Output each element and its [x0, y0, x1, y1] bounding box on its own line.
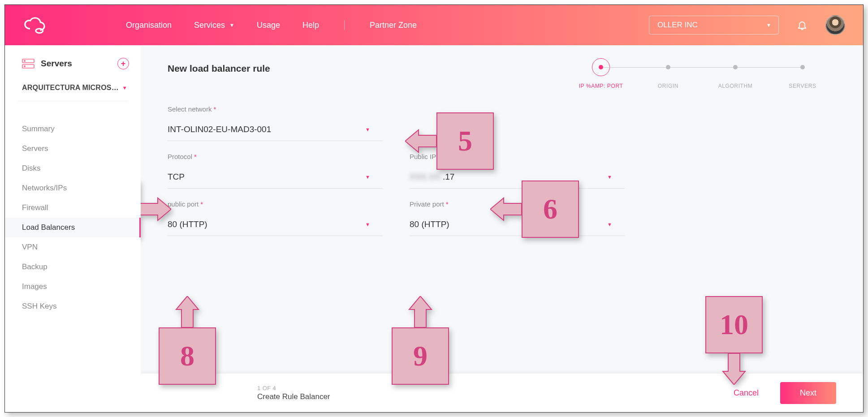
field-private-port: Private port* 80 (HTTP) ▼ [410, 200, 625, 236]
footer-actions: Cancel Next [725, 382, 836, 404]
select-private-port[interactable]: 80 (HTTP) ▼ [410, 215, 625, 236]
field-label-private-port: Private port* [410, 200, 625, 208]
content: New load balancer rule IP %AMP: PORT ORI… [141, 45, 863, 236]
step-label: ORIGIN [658, 83, 678, 89]
step-dot [599, 65, 603, 69]
step-ip-port[interactable]: IP %AMP: PORT [567, 65, 635, 89]
body: Servers + ARQUITECTURA MICROS… ▼ Summary… [5, 45, 863, 412]
field-label-public-port: public port* [168, 200, 383, 208]
sidebar-menu: Summary Servers Disks Networks/IPs Firew… [5, 119, 141, 316]
sidebar-item-firewall[interactable]: Firewall [5, 198, 141, 218]
nav-usage[interactable]: Usage [257, 21, 280, 30]
nav-partnerzone[interactable]: Partner Zone [370, 21, 417, 30]
svg-marker-8 [176, 296, 199, 327]
field-protocol: Protocol* TCP ▼ [168, 153, 383, 189]
nav-help[interactable]: Help [302, 21, 319, 30]
project-select[interactable]: ARQUITECTURA MICROS… ▼ [5, 77, 141, 96]
select-value: INT-OLIN02-EU-MAD3-001 [168, 125, 271, 134]
sidebar-item-servers[interactable]: Servers [5, 139, 141, 159]
select-value: 80 (HTTP) [168, 219, 207, 229]
avatar[interactable] [825, 15, 845, 35]
sidebar-item-backup[interactable]: Backup [5, 257, 141, 277]
field-label-public-ip: Public IP* [410, 153, 625, 160]
project-label: ARQUITECTURA MICROS… [22, 84, 119, 92]
field-label-protocol: Protocol* [168, 153, 383, 160]
form: Select network* INT-OLIN02-EU-MAD3-001 ▼… [168, 105, 634, 236]
sidebar-item-sshkeys[interactable]: SSH Keys [5, 297, 141, 316]
stepper: IP %AMP: PORT ORIGIN ALGORITHM SERV [567, 65, 836, 89]
app-header: Organisation Services ▼ Usage Help Partn… [5, 5, 863, 45]
step-label: ALGORITHM [718, 83, 753, 89]
select-value: TCP [168, 172, 185, 182]
divider [17, 101, 128, 101]
sidebar-item-networksips[interactable]: Networks/IPs [5, 178, 141, 198]
sidebar: Servers + ARQUITECTURA MICROS… ▼ Summary… [5, 45, 141, 412]
step-dot [800, 65, 805, 69]
logo[interactable] [23, 15, 54, 35]
logo-icon [23, 16, 52, 34]
select-value: XXX.XX..17 [410, 172, 454, 182]
footer-progress: 1 OF 4 Create Rule Balancer [257, 385, 330, 401]
add-server-button[interactable]: + [117, 58, 129, 69]
svg-point-0 [36, 29, 43, 33]
annotation-8: 8 [159, 296, 216, 385]
notifications-button[interactable] [797, 20, 808, 30]
header-right: OLLER INC ▼ [649, 15, 845, 35]
sidebar-header: Servers + [5, 55, 141, 77]
select-network[interactable]: INT-OLIN02-EU-MAD3-001 ▼ [168, 120, 383, 141]
nav-organisation[interactable]: Organisation [126, 21, 172, 30]
step-label: SERVERS [789, 83, 816, 89]
nav-services[interactable]: Services ▼ [194, 21, 234, 30]
sidebar-item-images[interactable]: Images [5, 277, 141, 297]
chevron-down-icon: ▼ [365, 127, 370, 132]
wizard-footer: 1 OF 4 Create Rule Balancer Cancel Next [141, 374, 863, 412]
step-origin[interactable]: ORIGIN [635, 65, 702, 89]
field-network: Select network* INT-OLIN02-EU-MAD3-001 ▼ [168, 105, 383, 141]
select-public-port[interactable]: 80 (HTTP) ▼ [168, 215, 383, 236]
nav-services-label: Services [194, 21, 225, 30]
sidebar-item-disks[interactable]: Disks [5, 159, 141, 178]
select-value: 80 (HTTP) [410, 219, 449, 229]
chevron-down-icon: ▼ [365, 222, 370, 227]
main: New load balancer rule IP %AMP: PORT ORI… [141, 45, 863, 412]
svg-marker-9 [409, 296, 432, 327]
step-algorithm[interactable]: ALGORITHM [702, 65, 769, 89]
chevron-down-icon: ▼ [122, 85, 127, 90]
sidebar-item-vpn[interactable]: VPN [5, 237, 141, 257]
app-frame: Organisation Services ▼ Usage Help Partn… [4, 4, 864, 413]
chevron-down-icon: ▼ [365, 174, 370, 180]
org-select-value: OLLER INC [657, 21, 698, 29]
step-dot [733, 65, 738, 69]
step-dot [666, 65, 670, 69]
footer-title: Create Rule Balancer [257, 392, 330, 401]
step-servers[interactable]: SERVERS [769, 65, 836, 89]
chevron-down-icon: ▼ [607, 174, 612, 180]
bell-icon [797, 20, 808, 30]
cancel-button[interactable]: Cancel [725, 384, 768, 402]
chevron-down-icon: ▼ [607, 222, 612, 227]
server-icon [22, 59, 35, 69]
field-public-port: public port* 80 (HTTP) ▼ [168, 200, 383, 236]
sidebar-item-loadbalancers[interactable]: Load Balancers [5, 218, 141, 237]
sidebar-item-summary[interactable]: Summary [5, 119, 141, 139]
step-label: IP %AMP: PORT [579, 83, 623, 89]
sidebar-title: Servers [41, 59, 72, 69]
next-button[interactable]: Next [780, 382, 836, 404]
chevron-down-icon: ▼ [229, 22, 234, 28]
annotation-10: 10 [705, 296, 763, 385]
field-label-network: Select network* [168, 105, 383, 113]
select-protocol[interactable]: TCP ▼ [168, 168, 383, 189]
annotation-9: 9 [392, 296, 449, 385]
top-nav: Organisation Services ▼ Usage Help Partn… [126, 20, 417, 30]
chevron-down-icon: ▼ [766, 22, 771, 28]
svg-point-3 [24, 60, 25, 61]
select-public-ip[interactable]: XXX.XX..17 ▼ [410, 168, 625, 189]
field-public-ip: Public IP* XXX.XX..17 ▼ [410, 153, 625, 189]
footer-progress-text: 1 OF 4 [257, 385, 330, 391]
svg-point-4 [24, 66, 25, 67]
org-select[interactable]: OLLER INC ▼ [649, 16, 779, 34]
nav-separator [344, 20, 345, 30]
